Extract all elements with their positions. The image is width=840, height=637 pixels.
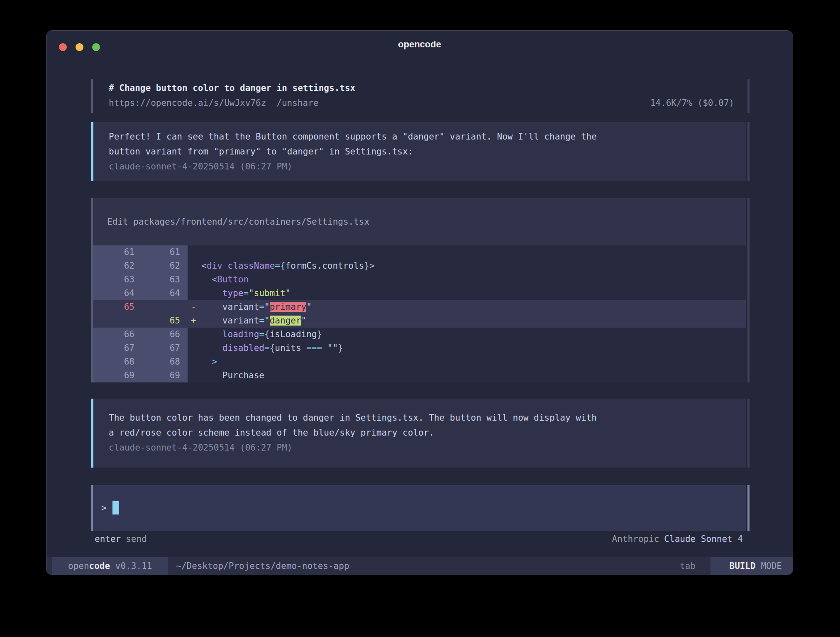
code-token-q: " [301,316,307,326]
code-token-pln [191,288,222,298]
diff-code-line: <Button [188,273,746,287]
assistant-message-2: The button color has been changed to dan… [91,399,746,468]
edit-block-rail [747,198,750,382]
session-title: # Change button color to danger in setti… [109,81,734,96]
diff-code-line [188,245,746,259]
diff-code-line: loading={isLoading} [188,328,746,341]
diff-row: 6969 Purchase [93,369,746,382]
code-token-pun: } [338,343,343,353]
old-line-number [93,314,142,328]
session-header: # Change button color to danger in setti… [91,79,746,113]
new-line-number [142,300,188,314]
code-token-op: = [259,316,264,326]
app-version: v0.3.11 [115,561,152,571]
old-line-number: 69 [93,369,142,382]
app-version-chip: opencode v0.3.11 [52,557,168,575]
diff-row: 6868 > [93,355,746,369]
titlebar: opencode [46,31,793,56]
old-line-number: 64 [93,287,142,300]
code-token-pln [191,329,222,339]
send-hint: entersend [91,532,147,546]
new-line-number: 61 [142,245,188,259]
message-line: button variant from "primary" to "danger… [109,144,746,159]
code-token-q: " [264,302,270,312]
context-stats: 14.6K/7% ($0.07) [650,96,734,110]
old-line-number: 66 [93,328,142,341]
diff-code-line: type="submit" [188,287,746,300]
code-token-op: = [243,288,249,298]
edit-file-path: Edit packages/frontend/src/containers/Se… [107,217,369,227]
code-token-str: submit [254,288,286,298]
code-token-tag: Button [217,274,249,284]
code-token-q: "" [322,343,338,353]
code-token-pln: variant [196,316,259,326]
code-token-pun: { [270,343,275,353]
model-indicator: AnthropicClaude Sonnet 4 [612,532,746,546]
model-label: Claude Sonnet 4 [664,534,743,544]
code-token-q: " [286,288,291,298]
mode-chip: BUILD MODE [711,557,793,575]
old-line-number: 67 [93,341,142,355]
old-line-number: 65 [93,300,142,314]
code-token-pln [191,343,222,353]
prompt-input[interactable]: > [91,485,746,531]
diff-code-line: <div className={formCs.controls}> [188,259,746,273]
code-token-pun [191,357,212,367]
diff-code-line: + variant="danger" [188,314,746,328]
session-header-rail [747,79,750,113]
code-token-attr: type [222,288,244,298]
code-token-attr: className [228,261,275,271]
code-token-delw: primary [270,302,307,312]
share-url[interactable]: https://opencode.ai/s/UwJxv76z [109,98,266,108]
share-row: https://opencode.ai/s/UwJxv76z/unshare [109,96,318,110]
code-token-dmark: - [191,302,196,312]
enter-hint-action: send [126,534,147,544]
code-token-pln: isLoading [270,329,317,339]
opencode-window: opencode # Change button color to danger… [46,31,793,575]
new-line-number: 68 [142,355,188,369]
working-directory: ~/Desktop/Projects/demo-notes-app [176,561,349,571]
old-line-number: 63 [93,273,142,287]
model-meta: claude-sonnet-4-20250514 (06:27 PM) [109,440,746,455]
old-line-number: 68 [93,355,142,369]
code-token-pun: } [317,329,322,339]
message-line: The button color has been changed to dan… [109,410,746,425]
tab-key-hint[interactable]: tab [680,561,696,571]
status-bar: opencode v0.3.11 ~/Desktop/Projects/demo… [46,557,793,575]
diff-row: 6262 <div className={formCs.controls}> [93,259,746,273]
app-name-suffix: code [89,561,110,571]
code-token-attr: loading [222,329,259,339]
code-token-op: = [275,261,280,271]
new-line-number: 67 [142,341,188,355]
app-name-prefix: open [68,561,89,571]
message-line: Perfect! I can see that the Button compo… [109,129,746,144]
code-token-q: " [306,302,312,312]
code-token-pun: < [191,274,217,284]
code-token-op: = [259,302,264,312]
code-token-op: === [306,343,322,353]
new-line-number: 66 [142,328,188,341]
code-token-pln: formCs.controls [286,261,364,271]
message-2-rail [747,399,750,468]
input-rail [747,485,750,531]
diff-code-line: - variant="primary" [188,300,746,314]
old-line-number: 61 [93,245,142,259]
old-line-number: 62 [93,259,142,273]
diff-code-line: disabled={units === ""} [188,341,746,355]
code-token-amark: + [191,316,196,326]
enter-hint-key: enter [95,534,121,544]
assistant-message-1: Perfect! I can see that the Button compo… [91,122,746,181]
diff-row: 6363 <Button [93,273,746,287]
diff-code-line: Purchase [188,369,746,382]
diff-row: 6666 loading={isLoading} [93,328,746,341]
new-line-number: 63 [142,273,188,287]
mode-name: BUILD [730,561,756,571]
new-line-number: 64 [142,287,188,300]
model-meta: claude-sonnet-4-20250514 (06:27 PM) [109,159,746,174]
unshare-command[interactable]: /unshare [276,98,318,108]
code-token-pln: variant [196,302,259,312]
provider-label: Anthropic [612,534,659,544]
code-token-blue: > [212,357,217,367]
diff-code-line: > [188,355,746,369]
new-line-number: 65 [142,314,188,328]
